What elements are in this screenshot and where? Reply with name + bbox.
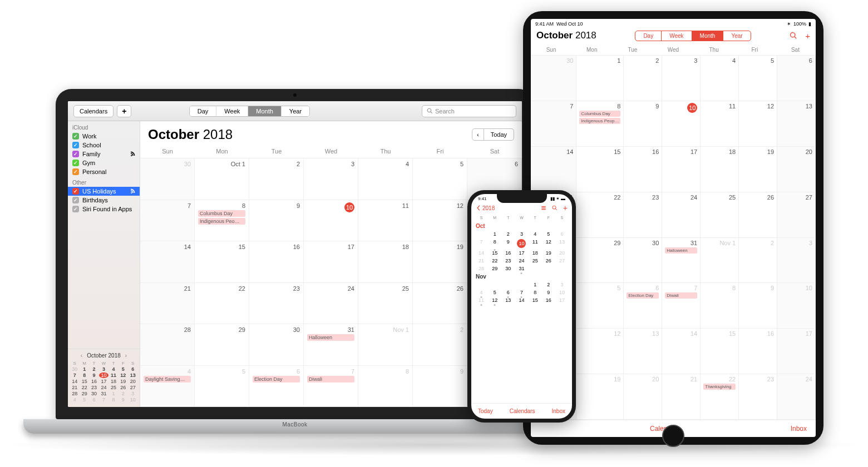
day-cell[interactable]: 5 (413, 158, 467, 200)
event-pill[interactable]: Diwali (665, 292, 697, 299)
iphone-day[interactable]: 27 (555, 258, 569, 264)
day-cell[interactable]: 5 (195, 366, 249, 408)
iphone-day[interactable]: 22 (488, 258, 501, 264)
iphone-day[interactable]: 24 (515, 258, 528, 264)
iphone-day[interactable]: 15 (529, 297, 542, 303)
day-cell[interactable]: 19 (576, 374, 624, 420)
iphone-day[interactable]: 12 (488, 297, 501, 303)
day-cell[interactable]: 23 (624, 192, 662, 238)
iphone-day[interactable]: 11 (475, 297, 488, 303)
mini-day[interactable]: 17 (99, 379, 108, 384)
iphone-day[interactable]: 30 (501, 266, 515, 271)
checkbox-icon[interactable]: ✓ (72, 206, 79, 212)
iphone-day[interactable]: 3 (515, 231, 528, 237)
iphone-calendars-button[interactable]: Calendars (510, 408, 535, 414)
day-cell[interactable]: 4Daylight Saving… (140, 366, 195, 408)
day-cell[interactable]: 2 (739, 238, 777, 284)
mini-day[interactable]: 4 (109, 366, 118, 372)
day-cell[interactable]: 18 (701, 147, 739, 192)
view-month[interactable]: Month (692, 31, 724, 41)
mini-day[interactable]: 7 (70, 372, 79, 378)
event-pill[interactable]: Columbus Day (579, 111, 620, 117)
ipad-home-button[interactable] (662, 425, 684, 447)
day-cell[interactable]: 21 (140, 283, 195, 325)
iphone-day[interactable]: 16 (501, 250, 515, 256)
iphone-day[interactable]: 20 (555, 250, 569, 256)
checkbox-icon[interactable]: ✓ (72, 142, 79, 148)
ipad-inbox-button[interactable]: Inbox (791, 425, 807, 433)
mini-day[interactable]: 6 (90, 397, 98, 403)
checkbox-icon[interactable]: ✓ (72, 160, 79, 166)
day-cell[interactable]: 28 (140, 324, 195, 366)
mini-day[interactable]: 10 (129, 397, 137, 403)
mini-day[interactable]: 20 (129, 379, 137, 384)
mini-day[interactable]: 3 (99, 366, 108, 372)
sidebar-calendar-school[interactable]: ✓School (68, 141, 140, 150)
day-cell[interactable]: 14 (531, 147, 576, 192)
iphone-day[interactable]: 14 (515, 297, 528, 303)
mini-day[interactable]: 29 (80, 391, 88, 396)
day-cell[interactable]: 6 (777, 56, 816, 101)
mini-day[interactable]: 9 (90, 372, 98, 378)
iphone-day[interactable]: 31 (515, 266, 528, 271)
iphone-day[interactable] (542, 266, 555, 271)
day-cell[interactable]: 3 (662, 56, 701, 101)
day-cell[interactable]: 18 (358, 241, 413, 283)
iphone-day[interactable]: 21 (475, 258, 488, 264)
day-cell[interactable]: 2 (624, 56, 662, 101)
iphone-day[interactable] (475, 231, 488, 237)
mini-day[interactable]: 7 (99, 397, 108, 403)
mini-day[interactable]: 30 (70, 366, 79, 372)
sidebar-calendar-siri-found-in-apps[interactable]: ✓Siri Found in Apps (68, 205, 140, 213)
day-cell[interactable]: 2 (249, 158, 304, 200)
day-cell[interactable]: 3 (304, 158, 358, 200)
day-cell[interactable]: 10 (662, 101, 701, 147)
iphone-day[interactable]: 11 (529, 239, 542, 248)
event-pill[interactable]: Daylight Saving… (144, 376, 191, 382)
view-day[interactable]: Day (635, 31, 662, 41)
mini-day[interactable]: 15 (80, 379, 88, 384)
mini-day[interactable]: 18 (109, 379, 118, 384)
mini-day[interactable]: 21 (70, 385, 79, 390)
day-cell[interactable]: 25 (701, 192, 739, 238)
mini-day[interactable]: 10 (99, 372, 108, 378)
iphone-day[interactable]: 15 (488, 250, 501, 256)
checkbox-icon[interactable]: ✓ (72, 151, 79, 157)
day-cell[interactable]: 23 (739, 374, 777, 420)
day-cell[interactable]: 27 (777, 192, 816, 238)
sidebar-calendar-us-holidays[interactable]: ✓US Holidays (68, 187, 140, 196)
search-icon[interactable] (552, 205, 558, 211)
day-cell[interactable]: 15 (576, 147, 624, 192)
event-pill[interactable]: Indigenous Peo… (198, 218, 245, 225)
view-day[interactable]: Day (190, 106, 217, 116)
iphone-day[interactable]: 9 (542, 290, 555, 295)
iphone-day[interactable]: 8 (488, 239, 501, 248)
day-cell[interactable]: 14 (140, 241, 195, 283)
day-cell[interactable]: 24 (662, 192, 701, 238)
day-cell[interactable]: Nov 1 (701, 238, 739, 284)
iphone-today-button[interactable]: Today (478, 408, 493, 414)
event-pill[interactable]: Thanksgiving (703, 384, 736, 390)
day-cell[interactable]: 19 (739, 147, 777, 192)
day-cell[interactable]: 14 (662, 329, 701, 374)
iphone-day[interactable]: 17 (555, 297, 569, 303)
day-cell[interactable]: 7Diwali (662, 283, 701, 329)
iphone-day[interactable]: 5 (542, 231, 555, 237)
day-cell[interactable]: 16 (624, 147, 662, 192)
iphone-day[interactable]: 17 (515, 250, 528, 256)
list-icon[interactable] (541, 205, 546, 211)
day-cell[interactable]: 8 (701, 283, 739, 329)
iphone-day[interactable]: 13 (501, 297, 515, 303)
day-cell[interactable]: 4 (701, 56, 739, 101)
day-cell[interactable]: 26 (413, 283, 467, 325)
mini-day[interactable]: 24 (99, 385, 108, 390)
checkbox-icon[interactable]: ✓ (72, 188, 79, 195)
day-cell[interactable]: 8Columbus DayIndigenous Peo… (195, 200, 249, 242)
mini-day[interactable]: 26 (119, 385, 127, 390)
day-cell[interactable]: 21 (662, 374, 701, 420)
iphone-day[interactable]: 10 (517, 239, 526, 248)
day-cell[interactable]: 4 (358, 158, 413, 200)
event-pill[interactable]: Election Day (253, 376, 300, 382)
mini-day[interactable]: 1 (109, 391, 118, 396)
day-cell[interactable]: 30 (624, 238, 662, 284)
